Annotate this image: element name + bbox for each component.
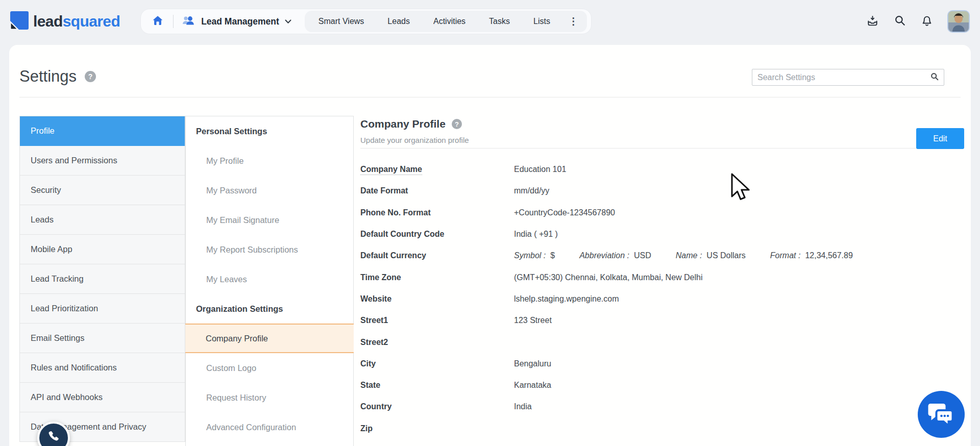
leadsquared-logo-word: leadsquared — [33, 14, 120, 29]
search-settings-box — [752, 69, 944, 86]
field-row-street1: Street1123 Street — [360, 310, 963, 331]
sidebar-item-api-and-webhooks[interactable]: API and Webhooks — [20, 383, 185, 412]
header-divider — [19, 97, 961, 97]
sidebar-item-users-and-permissions[interactable]: Users and Permissions — [20, 146, 185, 176]
nav-item-lists[interactable]: Lists — [522, 11, 562, 32]
phone-icon — [46, 429, 61, 446]
home-icon — [152, 14, 164, 29]
field-value: lshelp.staging.wpengine.com — [514, 294, 619, 304]
company-profile-title-text: Company Profile — [360, 118, 446, 130]
field-label: Country — [360, 402, 514, 411]
nav-item-smart-views[interactable]: Smart Views — [307, 11, 376, 32]
field-label: City — [360, 359, 514, 368]
field-row-country: CountryIndia — [360, 396, 963, 417]
page-title-text: Settings — [19, 67, 77, 86]
module-nav-group: Smart ViewsLeadsActivitiesTasksLists⋮ — [305, 11, 587, 32]
field-value: mm/dd/yy — [514, 186, 549, 195]
nav-item-tasks[interactable]: Tasks — [477, 11, 522, 32]
leadsquared-logo: leadsquared — [10, 11, 120, 32]
search-settings-input[interactable] — [752, 69, 925, 85]
sidebar-item-email-settings[interactable]: Email Settings — [20, 324, 185, 353]
nav-item-leads[interactable]: Leads — [376, 11, 422, 32]
subnav-item-my-leaves[interactable]: My Leaves — [186, 264, 353, 294]
sidebar-item-lead-tracking[interactable]: Lead Tracking — [20, 264, 185, 294]
sidebar-item-mobile-app[interactable]: Mobile App — [20, 235, 185, 264]
user-avatar[interactable] — [947, 10, 970, 33]
overflow-menu-button[interactable]: ⋮ — [562, 11, 585, 32]
company-profile-help-icon[interactable]: ? — [452, 119, 462, 129]
chat-widget-button[interactable] — [918, 391, 965, 438]
settings-help-icon[interactable]: ? — [85, 71, 96, 82]
field-value-symbol: Symbol :$ — [514, 251, 555, 260]
global-search-button[interactable] — [893, 14, 906, 29]
chevron-down-icon — [285, 17, 291, 26]
company-profile-subtitle: Update your organization profile — [360, 136, 469, 144]
subnav-item-request-history[interactable]: Request History — [186, 383, 353, 412]
leadsquared-logo-mark — [10, 11, 29, 32]
field-label: Street2 — [360, 338, 514, 347]
field-row-city: CityBengaluru — [360, 353, 963, 375]
subnav-section-personal-settings: Personal Settings — [186, 116, 353, 146]
search-icon — [893, 14, 906, 29]
company-profile-fields: Company NameEducation 101Date Formatmm/d… — [360, 159, 963, 439]
home-button[interactable] — [150, 14, 165, 29]
field-value: Bengaluru — [514, 359, 551, 368]
subnav-item-my-report-subscriptions[interactable]: My Report Subscriptions — [186, 235, 353, 264]
sidebar-item-leads[interactable]: Leads — [20, 205, 185, 235]
sidebar-item-lead-prioritization[interactable]: Lead Prioritization — [20, 294, 185, 324]
subnav-item-my-profile[interactable]: My Profile — [186, 146, 353, 176]
settings-subnav: Personal SettingsMy ProfileMy PasswordMy… — [185, 116, 354, 446]
field-value: 123 Street — [514, 316, 552, 325]
subnav-item-company-profile[interactable]: Company Profile — [185, 324, 354, 353]
import-inbox-button[interactable] — [866, 14, 879, 30]
field-row-phone-no-format: Phone No. Format+CountryCode-1234567890 — [360, 202, 963, 224]
content-divider — [360, 148, 961, 148]
field-row-time-zone: Time Zone(GMT+05:30) Chennai, Kolkata, M… — [360, 266, 963, 288]
company-profile-title: Company Profile ? — [360, 118, 462, 130]
people-icon — [181, 15, 195, 28]
field-label: State — [360, 381, 514, 390]
settings-page-card: Settings ? ProfileUsers and PermissionsS… — [9, 45, 971, 446]
field-label: Default Currency — [360, 251, 514, 260]
field-label: Website — [360, 294, 514, 304]
field-label: Default Country Code — [360, 230, 514, 239]
search-settings-button[interactable] — [925, 69, 944, 85]
field-row-date-format: Date Formatmm/dd/yy — [360, 180, 963, 202]
topbar-action-icons — [866, 10, 970, 33]
field-label: Zip — [360, 424, 514, 433]
notifications-button[interactable] — [920, 14, 934, 29]
subnav-item-advanced-configuration[interactable]: Advanced Configuration — [186, 412, 353, 442]
subnav-item-custom-logo[interactable]: Custom Logo — [186, 353, 353, 383]
sidebar-item-security[interactable]: Security — [20, 176, 185, 205]
field-value: +CountryCode-1234567890 — [514, 208, 615, 217]
field-row-default-country-code: Default Country CodeIndia ( +91 ) — [360, 224, 963, 245]
pill-divider — [173, 15, 174, 28]
app-navigation-pill: Lead Management Smart ViewsLeadsActiviti… — [140, 9, 592, 34]
workspace-switcher[interactable]: Lead Management — [181, 15, 291, 28]
settings-sidebar: ProfileUsers and PermissionsSecurityLead… — [19, 116, 185, 442]
field-label: Date Format — [360, 186, 514, 195]
subnav-item-my-password[interactable]: My Password — [186, 176, 353, 205]
subnav-section-organization-settings: Organization Settings — [186, 294, 353, 324]
field-row-zip: Zip — [360, 418, 963, 439]
field-row-company-name: Company NameEducation 101 — [360, 159, 963, 180]
subnav-item-my-email-signature[interactable]: My Email Signature — [186, 205, 353, 235]
field-row-website: Websitelshelp.staging.wpengine.com — [360, 288, 963, 310]
bell-icon — [920, 14, 934, 29]
field-label: Phone No. Format — [360, 208, 514, 217]
field-value-abbreviation: Abbreviation :USD — [579, 251, 651, 260]
edit-button[interactable]: Edit — [916, 128, 964, 149]
sidebar-item-rules-and-notifications[interactable]: Rules and Notifications — [20, 353, 185, 383]
field-row-default-currency: Default CurrencySymbol :$Abbreviation :U… — [360, 245, 963, 266]
field-label: Company Name — [360, 165, 514, 174]
field-value: Education 101 — [514, 165, 566, 174]
field-value-format: Format :12,34,567.89 — [770, 251, 853, 260]
field-value-name: Name :US Dollars — [676, 251, 746, 260]
field-value: India — [514, 402, 532, 411]
field-value: Karnataka — [514, 381, 551, 390]
nav-item-activities[interactable]: Activities — [422, 11, 477, 32]
field-label: Street1 — [360, 316, 514, 325]
sidebar-item-profile[interactable]: Profile — [20, 116, 185, 146]
top-navigation-bar: leadsquared Lead Management — [0, 0, 980, 43]
chat-icon — [918, 390, 965, 439]
